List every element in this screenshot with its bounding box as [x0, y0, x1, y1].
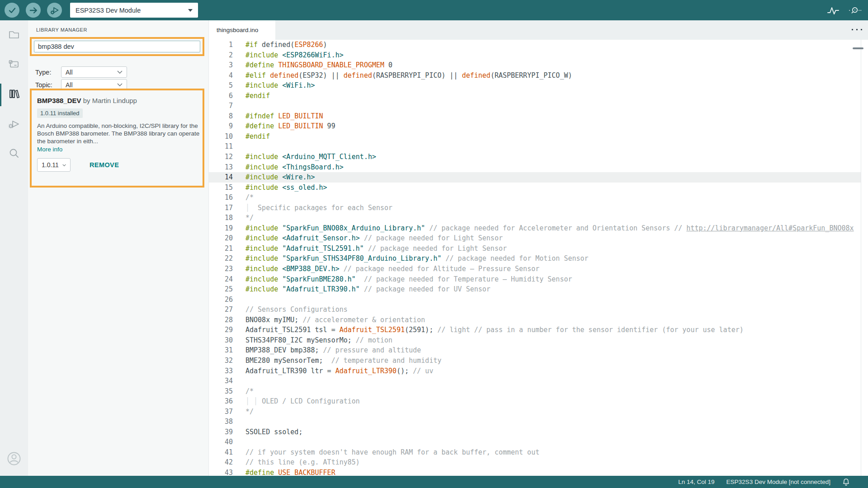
line-number: 32	[209, 356, 233, 366]
more-info-link[interactable]: More info	[37, 146, 62, 153]
code-line: 18*/	[209, 213, 868, 223]
type-filter-value: All	[66, 69, 73, 76]
line-number: 37	[209, 407, 233, 417]
line-number: 28	[209, 315, 233, 325]
code-line-content: BMP388_DEV bmp388; // pressure and altit…	[245, 345, 421, 356]
code-line-content: #include <WiFi.h>	[245, 80, 315, 91]
check-icon	[8, 6, 17, 15]
code-line: 28BNO08x myIMU; // accelerometer & orien…	[209, 315, 868, 325]
cursor-position[interactable]: Ln 14, Col 19	[678, 479, 714, 485]
line-number: 33	[209, 366, 233, 376]
account-icon	[5, 450, 23, 469]
line-number: 24	[209, 274, 233, 285]
board-connection-status[interactable]: ESP32S3 Dev Module [not connected]	[726, 479, 830, 485]
sidebar-item-boards-manager[interactable]	[0, 50, 28, 80]
line-number: 13	[209, 162, 233, 173]
type-filter-select[interactable]: All	[61, 66, 127, 78]
code-line-content: #include <ss_oled.h>	[245, 183, 327, 193]
line-number: 31	[209, 345, 233, 356]
code-line: 10#endif	[209, 131, 868, 142]
tab-thingsboard-ino[interactable]: thingsboard.ino	[209, 20, 275, 40]
code-line-content: #endif	[245, 91, 270, 101]
line-number: 8	[209, 111, 233, 122]
version-select[interactable]: 1.0.11	[37, 158, 71, 172]
code-line: 39SSOLED ssoled;	[209, 427, 868, 437]
code-line: 11	[209, 141, 868, 152]
code-line: 7	[209, 101, 868, 111]
type-filter-label: Type:	[35, 69, 61, 76]
code-line: 9#define LED_BUILTIN 99	[209, 121, 868, 131]
line-number: 20	[209, 233, 233, 244]
code-line: 21#include "Adafruit_TSL2591.h" // packa…	[209, 244, 868, 254]
chevron-down-icon	[117, 83, 123, 86]
code-line: 2#include <ESP8266WiFi.h>	[209, 50, 868, 61]
code-line-content: │ Specific packages for each Sensor	[245, 203, 392, 213]
sidebar-item-library-manager[interactable]	[0, 80, 28, 110]
line-number: 43	[209, 468, 233, 476]
line-number: 6	[209, 91, 233, 101]
ellipsis-icon[interactable]	[852, 29, 862, 30]
board-selector-label: ESP32S3 Dev Module	[75, 7, 141, 14]
library-search-input[interactable]	[34, 41, 200, 52]
bell-icon[interactable]	[842, 478, 850, 486]
line-number: 4	[209, 70, 233, 81]
code-line-content: // if your system doesn't have enough RA…	[245, 447, 539, 458]
code-line-content: #include <ESP8266WiFi.h>	[245, 50, 344, 61]
library-card-title: BMP388_DEV by Martin Lindupp	[37, 97, 197, 104]
code-line-content: #define THINGSBOARD_ENABLE_PROGMEM 0	[245, 60, 392, 70]
code-line: 35/*	[209, 386, 868, 397]
code-line: 38	[209, 417, 868, 427]
arrow-right-icon	[29, 6, 38, 15]
line-number: 36	[209, 396, 233, 407]
code-line-content: #include <Adafruit_Sensor.h> // package …	[245, 233, 503, 244]
code-editor[interactable]: 1#if defined(ESP8266)2#include <ESP8266W…	[209, 40, 868, 476]
scrollbar-thumb[interactable]	[853, 47, 863, 49]
remove-button[interactable]: REMOVE	[90, 161, 119, 169]
account-button[interactable]	[0, 446, 28, 473]
magnifier-icon	[8, 147, 20, 162]
line-number: 5	[209, 80, 233, 91]
code-line: 31BMP388_DEV bmp388; // pressure and alt…	[209, 345, 868, 356]
line-number: 11	[209, 141, 233, 152]
verify-button[interactable]	[5, 3, 19, 18]
line-number: 42	[209, 457, 233, 468]
code-line-content: // Sensors Configurations	[245, 305, 348, 315]
code-line: 23#include <BMP388_DEV.h> // package nee…	[209, 264, 868, 274]
editor-tabbar: thingsboard.ino	[209, 20, 868, 40]
code-line-content: #ifndef LED_BUILTIN	[245, 111, 323, 122]
serial-plotter-icon[interactable]	[826, 4, 840, 17]
toolbar-right	[826, 4, 862, 17]
installed-badge: 1.0.11 installed	[37, 108, 83, 118]
line-number: 22	[209, 253, 233, 264]
code-line-content: #elif defined(ESP32) || defined(RASPBERR…	[245, 70, 572, 81]
sidebar-item-sketchbook[interactable]	[0, 20, 28, 50]
board-icon	[8, 58, 20, 72]
scrollbar-gutter-divider	[861, 40, 861, 476]
code-line: 20#include <Adafruit_Sensor.h> // packag…	[209, 233, 868, 244]
board-selector-dropdown[interactable]: ESP32S3 Dev Module	[70, 3, 198, 18]
code-line-content: SSOLED ssoled;	[245, 427, 302, 437]
line-number: 35	[209, 386, 233, 397]
code-line: 6#endif	[209, 91, 868, 101]
activity-bar	[0, 20, 28, 476]
line-number: 7	[209, 101, 233, 111]
code-line: 37*/	[209, 407, 868, 417]
tab-label: thingsboard.ino	[217, 27, 258, 33]
sidebar-item-debug[interactable]	[0, 110, 28, 140]
line-number: 17	[209, 203, 233, 213]
library-author: by Martin Lindupp	[81, 97, 137, 104]
toolbar: ESP32S3 Dev Module	[0, 0, 868, 20]
search-highlight-box	[30, 37, 204, 56]
serial-monitor-icon[interactable]	[848, 4, 862, 17]
code-line: 43#define USE_BACKBUFFER	[209, 468, 868, 476]
code-line-content: */	[245, 407, 254, 417]
upload-button[interactable]	[26, 3, 41, 18]
code-line-content: Adafruit_TSL2591 tsl = Adafruit_TSL2591(…	[245, 325, 744, 335]
start-debug-button[interactable]	[47, 3, 62, 18]
line-number: 40	[209, 437, 233, 447]
sidebar-item-search[interactable]	[0, 140, 28, 169]
code-line: 25#include "Adafruit_LTR390.h" // packag…	[209, 284, 868, 295]
line-number: 23	[209, 264, 233, 274]
code-line-content: // this line (e.g. ATtiny85)	[245, 457, 360, 468]
line-number: 27	[209, 305, 233, 315]
